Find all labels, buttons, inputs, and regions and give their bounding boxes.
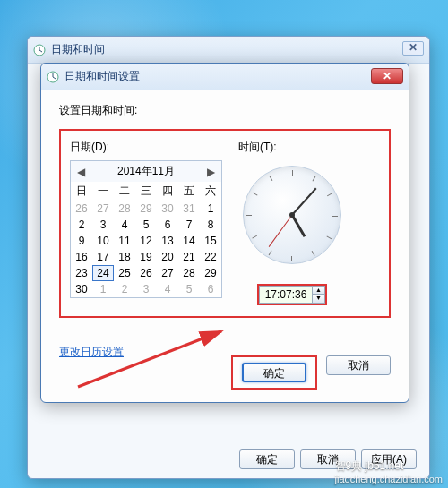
calendar-dow: 日 xyxy=(71,182,92,201)
date-time-settings-dialog: 日期和时间设置 ✕ 设置日期和时间: 日期(D): ◀ 2014年11月 ▶ 日… xyxy=(40,63,409,403)
calendar-day[interactable]: 23 xyxy=(71,265,92,281)
second-hand xyxy=(269,215,293,247)
clock-tick xyxy=(246,215,252,216)
calendar-day[interactable]: 20 xyxy=(157,249,178,265)
calendar-day[interactable]: 22 xyxy=(200,249,221,265)
outer-titlebar[interactable]: 日期和时间 ✕ xyxy=(28,37,429,64)
calendar-day[interactable]: 21 xyxy=(178,249,200,265)
calendar-day[interactable]: 5 xyxy=(135,217,157,233)
calendar-day[interactable]: 28 xyxy=(178,265,200,281)
calendar-dow: 三 xyxy=(135,182,157,201)
outer-ok-button[interactable]: 确定 xyxy=(239,449,295,469)
outer-close-button[interactable]: ✕ xyxy=(402,41,424,56)
calendar-day[interactable]: 1 xyxy=(92,281,114,297)
inner-window-title: 日期和时间设置 xyxy=(65,69,140,84)
calendar-day[interactable]: 14 xyxy=(178,233,200,249)
inner-close-button[interactable]: ✕ xyxy=(371,68,403,84)
spinner-down-button[interactable]: ▼ xyxy=(313,295,324,303)
calendar-day[interactable]: 26 xyxy=(71,201,92,217)
calendar-day[interactable]: 5 xyxy=(178,281,200,297)
calendar-dow: 二 xyxy=(114,182,135,201)
date-label: 日期(D): xyxy=(70,140,222,155)
calendar-day[interactable]: 27 xyxy=(92,201,114,217)
clock-icon xyxy=(47,71,59,83)
calendar-dow: 四 xyxy=(157,182,178,201)
watermark: 智9典 jb51.net jiaocheng.chazidian.com xyxy=(335,458,443,484)
analog-clock xyxy=(243,166,341,264)
calendar-day[interactable]: 3 xyxy=(135,281,157,297)
clock-tick xyxy=(313,176,316,182)
clock-tick xyxy=(327,193,332,197)
calendar-day[interactable]: 10 xyxy=(92,233,114,249)
calendar-dow: 五 xyxy=(178,182,200,201)
hour-hand xyxy=(291,214,306,237)
calendar-day[interactable]: 3 xyxy=(92,217,114,233)
calendar-day[interactable]: 17 xyxy=(92,249,114,265)
clock-tick xyxy=(326,236,332,240)
calendar-day[interactable]: 25 xyxy=(114,265,135,281)
time-input[interactable] xyxy=(259,286,313,304)
calendar-day[interactable]: 29 xyxy=(135,201,157,217)
clock-tick xyxy=(312,251,315,256)
calendar-title[interactable]: 2014年11月 xyxy=(117,164,175,179)
calendar-day[interactable]: 16 xyxy=(71,249,92,265)
calendar-day[interactable]: 11 xyxy=(114,233,135,249)
clock-icon xyxy=(33,44,46,56)
calendar-day[interactable]: 9 xyxy=(71,233,92,249)
calendar-day[interactable]: 12 xyxy=(135,233,157,249)
minute-hand xyxy=(291,188,316,216)
cancel-button[interactable]: 取消 xyxy=(326,355,391,375)
clock-tick xyxy=(292,170,293,176)
dialog-subtitle: 设置日期和时间: xyxy=(59,103,391,118)
highlight-box-ok: 确定 xyxy=(231,355,317,390)
ok-button[interactable]: 确定 xyxy=(242,363,306,382)
spinner-up-button[interactable]: ▲ xyxy=(313,287,324,295)
calendar-day[interactable]: 26 xyxy=(135,265,157,281)
calendar-day[interactable]: 2 xyxy=(114,281,135,297)
clock-tick xyxy=(291,256,292,261)
time-spinner: ▲ ▼ xyxy=(313,286,325,304)
calendar-next-button[interactable]: ▶ xyxy=(205,166,218,178)
calendar-day[interactable]: 6 xyxy=(157,217,178,233)
calendar-day[interactable]: 19 xyxy=(135,249,157,265)
calendar-day[interactable]: 30 xyxy=(157,201,178,217)
calendar-day[interactable]: 4 xyxy=(114,217,135,233)
highlight-box-datetime: 日期(D): ◀ 2014年11月 ▶ 日一二三四五六2627282930311… xyxy=(59,129,391,318)
calendar-day[interactable]: 18 xyxy=(114,249,135,265)
calendar-day[interactable]: 7 xyxy=(178,217,200,233)
calendar-day[interactable]: 24 xyxy=(92,265,114,281)
calendar-day[interactable]: 15 xyxy=(200,233,221,249)
watermark-line1: 智9典 jb51.net xyxy=(335,458,443,474)
calendar-day[interactable]: 27 xyxy=(157,265,178,281)
highlight-box-time: ▲ ▼ xyxy=(257,284,327,305)
calendar-day[interactable]: 29 xyxy=(200,265,221,281)
calendar-day[interactable]: 8 xyxy=(200,217,221,233)
change-calendar-settings-link[interactable]: 更改日历设置 xyxy=(59,345,124,360)
dialog-button-row: 确定 取消 xyxy=(231,355,391,390)
calendar-day[interactable]: 31 xyxy=(178,201,200,217)
calendar-day[interactable]: 2 xyxy=(71,217,92,233)
clock-tick xyxy=(270,176,273,181)
calendar-day[interactable]: 4 xyxy=(157,281,178,297)
clock-tick xyxy=(269,250,272,255)
dialog-body: 设置日期和时间: 日期(D): ◀ 2014年11月 ▶ 日一二三四五六2627… xyxy=(41,90,409,372)
clock-tick xyxy=(252,235,257,239)
calendar-day[interactable]: 30 xyxy=(71,281,92,297)
outer-window-title: 日期和时间 xyxy=(51,42,105,57)
inner-titlebar[interactable]: 日期和时间设置 ✕ xyxy=(41,64,409,90)
clock-tick xyxy=(332,216,338,217)
calendar-day[interactable]: 13 xyxy=(157,233,178,249)
calendar-day[interactable]: 6 xyxy=(200,281,221,297)
calendar-dow: 六 xyxy=(200,182,221,201)
watermark-line2: jiaocheng.chazidian.com xyxy=(335,474,443,484)
time-label: 时间(T): xyxy=(238,140,277,155)
clock-center xyxy=(289,212,295,218)
calendar-day[interactable]: 28 xyxy=(114,201,135,217)
calendar-day[interactable]: 1 xyxy=(200,201,221,217)
calendar-dow: 一 xyxy=(92,182,114,201)
calendar: ◀ 2014年11月 ▶ 日一二三四五六26272829303112345678… xyxy=(70,160,222,298)
calendar-prev-button[interactable]: ◀ xyxy=(74,166,87,178)
clock-tick xyxy=(253,193,258,196)
